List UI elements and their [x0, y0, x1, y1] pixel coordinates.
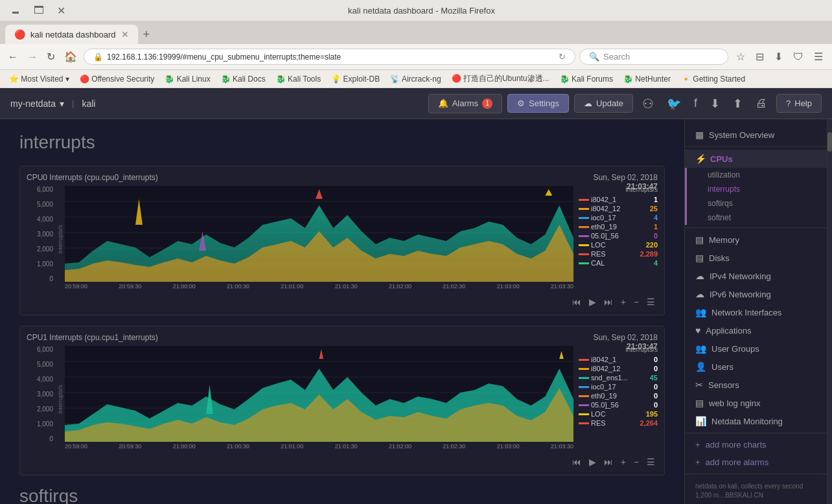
help-label: Help: [794, 98, 812, 108]
sidebar-item-interrupts[interactable]: interrupts: [687, 182, 827, 196]
cpus-icon: ⚡: [695, 154, 706, 164]
right-scrollbar[interactable]: [827, 119, 832, 504]
y1-label-5000: 5,000: [37, 361, 53, 368]
sidebar-item-web-log-nginx[interactable]: ▤ web log nginx: [685, 394, 827, 412]
x-21-02-30: 21:02:30: [443, 283, 465, 290]
add-charts-icon: +: [695, 440, 700, 450]
url-text: 192.168.1.136:19999/#menu_cpu_submenu_in…: [107, 52, 341, 62]
legend-name-eth0-19: eth0_19: [591, 223, 654, 231]
cpu0-time: 21:03:47: [594, 182, 658, 191]
bookmark-kali-forums[interactable]: 🐉 Kali Forums: [556, 73, 617, 85]
ipv4-label: IPv4 Networking: [710, 271, 771, 281]
bookmark-ubuntu[interactable]: 🔴 打造自己的Ubuntu渗透...: [448, 72, 553, 86]
shield-icon[interactable]: 🛡: [789, 48, 807, 65]
settings-button[interactable]: ⚙ Settings: [507, 94, 569, 113]
y-label-3000: 3,000: [37, 231, 53, 238]
minimize-button[interactable]: 🗕: [6, 3, 25, 18]
sidebar-divider-4: [685, 474, 827, 474]
chart-zoom-out-btn[interactable]: −: [631, 295, 641, 308]
sidebar-item-softirqs[interactable]: softirqs: [687, 196, 827, 211]
url-bar[interactable]: 🔒 192.168.1.136:19999/#menu_cpu_submenu_…: [84, 49, 575, 65]
browser-tab-active[interactable]: 🔴 kali netdata dashboard ✕: [5, 25, 138, 44]
chart-rewind-btn[interactable]: ⏮: [570, 295, 584, 308]
users-icon: 👤: [695, 361, 706, 372]
sidebar-item-applications[interactable]: ♥ Applications: [685, 321, 827, 339]
close-button[interactable]: ✕: [53, 3, 69, 18]
sidebar-item-utilization[interactable]: utilization: [687, 168, 827, 182]
cpu1-zoom-in-btn[interactable]: +: [618, 455, 629, 468]
legend-cpu1-snd: snd_ens1... 45: [579, 374, 658, 382]
tab-close-button[interactable]: ✕: [121, 29, 129, 40]
sidebar-item-disks[interactable]: ▤ Disks: [685, 249, 827, 267]
bookmark-star-icon[interactable]: ☆: [732, 48, 749, 65]
help-button[interactable]: ? Help: [776, 94, 822, 113]
cpu1-forward-btn[interactable]: ⏭: [601, 455, 616, 468]
reload-url-button[interactable]: ↻: [559, 52, 566, 62]
bookmark-most-visited[interactable]: ⭐ Most Visited ▾: [5, 73, 73, 85]
home-button[interactable]: 🏠: [62, 48, 80, 65]
sidebar-item-memory[interactable]: ▤ Memory: [685, 231, 827, 249]
cpu1-rewind-btn[interactable]: ⏮: [570, 455, 584, 468]
alarms-button[interactable]: 🔔 Alarms 1: [428, 94, 502, 113]
user-groups-icon: 👥: [695, 343, 706, 354]
sidebar-item-softnet[interactable]: softnet: [687, 211, 827, 225]
sidebar-item-sensors[interactable]: ✂ Sensors: [685, 376, 827, 394]
legend-cpu1-name-ioc0: ioc0_17: [591, 383, 654, 391]
download2-button[interactable]: ⬇: [706, 93, 724, 115]
menu-icon[interactable]: ☰: [810, 48, 827, 65]
sidebar-item-ipv6[interactable]: ☁ IPv6 Networking: [685, 285, 827, 303]
softnet-label: softnet: [708, 213, 731, 222]
bookmark-kali-docs[interactable]: 🐉 Kali Docs: [217, 73, 270, 85]
cpu1-zoom-out-btn[interactable]: −: [631, 455, 641, 468]
content-area: interrupts CPU0 Interrupts (cpu.cpu0_int…: [0, 119, 684, 504]
cpu1-menu-btn[interactable]: ☰: [644, 455, 658, 468]
cpu1-play-btn[interactable]: ▶: [586, 455, 599, 468]
y1-label-4000: 4,000: [37, 376, 53, 383]
sidebar-item-cpus[interactable]: ⚡ CPUs: [685, 150, 827, 168]
sidebar-add-charts[interactable]: + add more charts: [685, 436, 827, 453]
sidebar-add-alarms[interactable]: + add more alarms: [685, 453, 827, 471]
github-button[interactable]: ⚇: [638, 92, 658, 115]
share-button[interactable]: ⬆: [729, 93, 746, 115]
legend-val-05-56: 0: [654, 232, 658, 240]
sidebar-item-ipv4[interactable]: ☁ IPv4 Networking: [685, 267, 827, 285]
settings-label: Settings: [529, 98, 559, 108]
bookmark-aircrack[interactable]: 📡 Aircrack-ng: [386, 73, 445, 85]
sidebar-item-system-overview[interactable]: ▦ System Overview: [685, 126, 827, 144]
refresh-button[interactable]: ↻: [44, 48, 58, 65]
chart-zoom-in-btn[interactable]: +: [618, 295, 629, 308]
y1-unit-label: interrupts/s: [57, 385, 64, 414]
nav-separator: |: [72, 98, 74, 108]
bookmark-exploit-db[interactable]: 💡 Exploit-DB: [327, 73, 384, 85]
bookmark-nethunter[interactable]: 🐉 NetHunter: [619, 73, 675, 85]
x1-21-02-00: 21:02:00: [389, 443, 411, 450]
sidebar-item-user-groups[interactable]: 👥 User Groups: [685, 339, 827, 358]
forward-button[interactable]: →: [25, 49, 40, 65]
bookmark-getting-started[interactable]: 🔸 Getting Started: [677, 73, 749, 85]
ipv4-icon: ☁: [695, 271, 704, 281]
facebook-button[interactable]: f: [690, 93, 701, 114]
sidebar-divider-1: [685, 146, 827, 147]
search-box[interactable]: 🔍 Search: [579, 49, 728, 65]
print-button[interactable]: 🖨: [752, 93, 771, 114]
update-button[interactable]: ☁ Update: [574, 94, 633, 113]
bookmark-offensive-security[interactable]: 🔴 Offensive Security: [76, 73, 159, 85]
chart-menu-btn[interactable]: ☰: [644, 295, 658, 308]
twitter-button[interactable]: 🐦: [663, 93, 685, 115]
chart-forward-btn[interactable]: ⏭: [601, 295, 616, 308]
bookmark-kali-linux[interactable]: 🐉 Kali Linux: [161, 73, 214, 85]
softirqs-label: softirqs: [708, 199, 733, 208]
download-icon[interactable]: ⬇: [770, 48, 787, 65]
sidebar-item-network-interfaces[interactable]: 👥 Network Interfaces: [685, 303, 827, 321]
bookmark-kali-tools[interactable]: 🐉 Kali Tools: [272, 73, 325, 85]
maximize-button[interactable]: 🗖: [30, 3, 48, 18]
nav-brand[interactable]: my-netdata ▾: [10, 98, 64, 109]
new-tab-button[interactable]: +: [138, 28, 156, 41]
sidebar-item-netdata-monitoring[interactable]: 📊 Netdata Monitoring: [685, 412, 827, 430]
legend-val-ioc0-17: 4: [654, 214, 658, 222]
sidebar-item-users[interactable]: 👤 Users: [685, 358, 827, 376]
sidebar-divider-3: [685, 433, 827, 433]
back-button[interactable]: ←: [5, 49, 21, 65]
reader-mode-icon[interactable]: ⊟: [752, 48, 768, 65]
chart-play-btn[interactable]: ▶: [586, 295, 599, 308]
